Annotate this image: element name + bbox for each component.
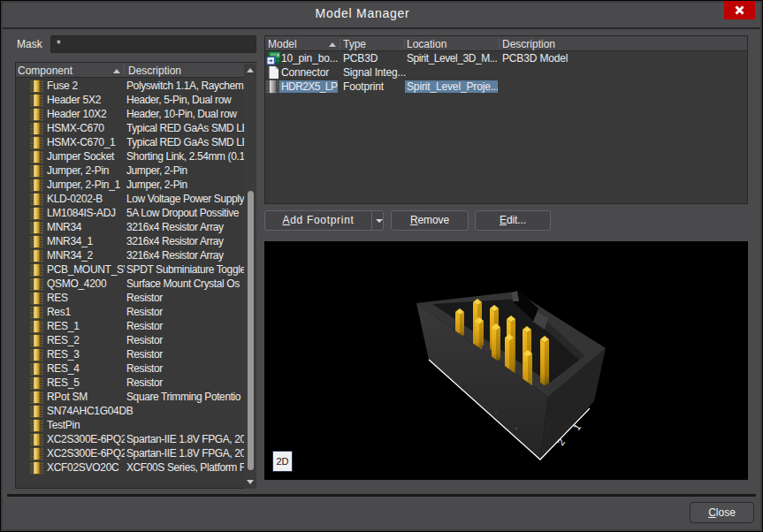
svg-text:1: 1 <box>571 422 583 432</box>
